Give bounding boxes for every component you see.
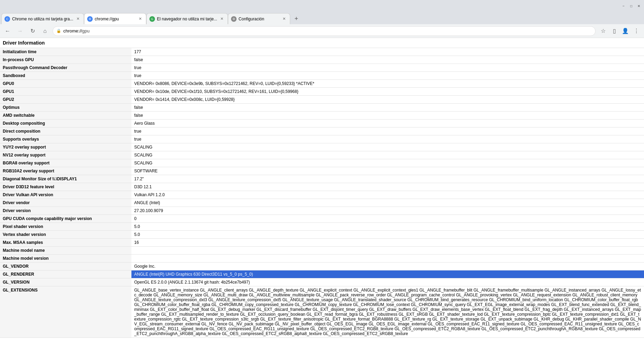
home-button[interactable]: ⌂ <box>40 26 50 36</box>
row-value: VENDOR= 0x8086, DEVICE=0x3e9b, SUBSYS=0x… <box>131 80 644 88</box>
tab-label-3: El navegador no utiliza mi tarje... <box>157 17 217 21</box>
close-button[interactable]: ✕ <box>636 3 641 8</box>
row-label: GL_RENDERER <box>0 270 131 278</box>
table-row: GL_VENDORGoogle Inc. <box>0 263 644 270</box>
tab-label-2: chrome://gpu <box>95 17 136 21</box>
table-row: GPU1VENDOR= 0x10de, DEVICE=0x1f10, SUBSY… <box>0 88 644 96</box>
row-value: 177 <box>131 48 644 56</box>
table-row: RGB10A2 overlay supportSOFTWARE <box>0 167 644 175</box>
row-label: BGRA8 overlay support <box>0 159 131 167</box>
url-host: chrome:// <box>63 28 82 34</box>
table-row: GPU0VENDOR= 0x8086, DEVICE=0x3e9b, SUBSY… <box>0 80 644 88</box>
table-row: Machine model version <box>0 255 644 263</box>
row-label: RGB10A2 overlay support <box>0 167 131 175</box>
row-value: ANGLE (Intel(R) UHD Graphics 630 Direct3… <box>131 270 644 278</box>
maximize-button[interactable]: □ <box>629 3 634 8</box>
tab-2[interactable]: ⚙ chrome://gpu ✕ <box>84 13 146 24</box>
table-row: GL_VERSIONOpenGL ES 2.0.0 (ANGLE 2.1.136… <box>0 278 644 286</box>
row-value: false <box>131 104 644 112</box>
table-row: GPU2VENDOR= 0x1414, DEVICE=0x008c, LUID=… <box>0 96 644 104</box>
table-row: Passthrough Command Decodertrue <box>0 64 644 72</box>
bookmark-icon[interactable]: ☆ <box>598 26 608 36</box>
url-display: chrome://gpu <box>63 28 90 34</box>
row-label: GL_VERSION <box>0 278 131 286</box>
table-row: GPU CUDA compute capability major versio… <box>0 215 644 223</box>
row-value: 5.0 <box>131 231 644 239</box>
reload-button[interactable]: ↻ <box>28 26 37 36</box>
gpu-info-table: Initialization time177In-process GPUfals… <box>0 48 644 338</box>
row-value <box>131 247 644 255</box>
row-value: false <box>131 56 644 64</box>
tab-close-1[interactable]: ✕ <box>75 16 81 22</box>
table-row: Desktop compositingAero Glass <box>0 120 644 127</box>
row-value: Google Inc. <box>131 263 644 270</box>
row-value: GL_ANGLE_base_vertex_instance GL_ANGLE_c… <box>131 286 644 338</box>
row-value: Aero Glass <box>131 120 644 127</box>
table-row: Initialization time177 <box>0 48 644 56</box>
tab-bar: C Chrome no utiliza mi tarjeta gra... ✕ … <box>0 12 644 24</box>
toolbar-icons: ☆ ▯ 👤 ⋮ <box>598 26 641 36</box>
table-row: Sandboxedtrue <box>0 72 644 80</box>
table-row: Machine model name <box>0 247 644 255</box>
table-row: Direct compositiontrue <box>0 127 644 135</box>
row-label: Desktop compositing <box>0 120 131 127</box>
table-row: Driver D3D12 feature levelD3D 12.1 <box>0 183 644 191</box>
tab-4[interactable]: ⚙ Configuración ✕ <box>228 13 290 24</box>
new-tab-button[interactable]: + <box>292 14 301 23</box>
row-value: 17.2" <box>131 175 644 183</box>
table-row: Driver Vulkan API versionVulkan API 1.2.… <box>0 191 644 199</box>
row-label: Initialization time <box>0 48 131 56</box>
tab-1[interactable]: C Chrome no utiliza mi tarjeta gra... ✕ <box>1 13 84 24</box>
address-bar: ← → ↻ ⌂ 🔒 chrome://gpu ☆ ▯ 👤 ⋮ <box>0 24 644 38</box>
table-row: Diagonal Monitor Size of \\.\DISPLAY117.… <box>0 175 644 183</box>
back-button[interactable]: ← <box>3 26 12 36</box>
profile-icon[interactable]: 👤 <box>620 26 630 36</box>
table-row: Supports overlaystrue <box>0 135 644 143</box>
row-label: GPU CUDA compute capability major versio… <box>0 215 131 223</box>
tab-close-4[interactable]: ✕ <box>282 16 287 22</box>
table-row: GL_EXTENSIONSGL_ANGLE_base_vertex_instan… <box>0 286 644 338</box>
browser-frame: − □ ✕ C Chrome no utiliza mi tarjeta gra… <box>0 0 644 343</box>
row-value: true <box>131 72 644 80</box>
tab-favicon-1: C <box>4 16 10 22</box>
row-value: 0 <box>131 215 644 223</box>
table-row: AMD switchablefalse <box>0 112 644 120</box>
table-row: BGRA8 overlay supportSCALING <box>0 159 644 167</box>
row-label: Supports overlays <box>0 135 131 143</box>
table-row: Driver version27.20.100.9079 <box>0 207 644 215</box>
extensions-icon[interactable]: ▯ <box>609 26 619 36</box>
forward-button[interactable]: → <box>15 26 25 36</box>
row-value: VENDOR= 0x10de, DEVICE=0x1f10, SUBSYS=0x… <box>131 88 644 96</box>
row-value: SCALING <box>131 151 644 159</box>
title-bar: − □ ✕ <box>0 0 644 12</box>
url-bar[interactable]: 🔒 chrome://gpu <box>53 26 596 36</box>
table-row: Driver vendorANGLE (Intel) <box>0 199 644 207</box>
row-value: ANGLE (Intel) <box>131 199 644 207</box>
row-value: 5.0 <box>131 223 644 231</box>
row-label: Diagonal Monitor Size of \\.\DISPLAY1 <box>0 175 131 183</box>
row-label: GPU0 <box>0 80 131 88</box>
settings-icon[interactable]: ⋮ <box>632 26 641 36</box>
row-label: YUY2 overlay support <box>0 143 131 151</box>
row-label: GPU2 <box>0 96 131 104</box>
table-row: Optimusfalse <box>0 104 644 112</box>
table-row: YUY2 overlay supportSCALING <box>0 143 644 151</box>
tab-close-2[interactable]: ✕ <box>138 16 143 22</box>
row-label: Driver D3D12 feature level <box>0 183 131 191</box>
row-label: In-process GPU <box>0 56 131 64</box>
row-value: Vulkan API 1.2.0 <box>131 191 644 199</box>
row-label: Passthrough Command Decoder <box>0 64 131 72</box>
row-value: SCALING <box>131 159 644 167</box>
row-label: GL_EXTENSIONS <box>0 286 131 338</box>
row-value <box>131 255 644 263</box>
table-row: Pixel shader version5.0 <box>0 223 644 231</box>
minimize-button[interactable]: − <box>621 3 626 8</box>
row-label: Direct composition <box>0 127 131 135</box>
table-row: Max. MSAA samples16 <box>0 239 644 247</box>
row-label: AMD switchable <box>0 112 131 120</box>
row-label: GPU1 <box>0 88 131 96</box>
tab-favicon-3: G <box>149 16 155 22</box>
tab-3[interactable]: G El navegador no utiliza mi tarje... ✕ <box>146 13 228 24</box>
tab-close-3[interactable]: ✕ <box>219 16 225 22</box>
tab-label-1: Chrome no utiliza mi tarjeta gra... <box>12 17 73 21</box>
